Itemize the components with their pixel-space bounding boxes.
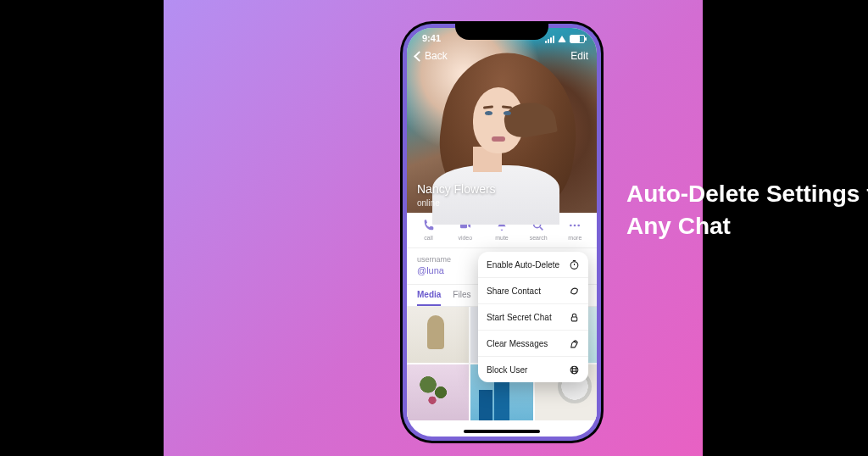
tab-files[interactable]: Files [453, 290, 470, 306]
action-label: call [424, 235, 433, 241]
menu-enable-auto-delete[interactable]: Enable Auto-Delete [478, 252, 588, 277]
headline: Auto-Delete Settings for Any Chat [626, 178, 868, 242]
menu-start-secret-chat[interactable]: Start Secret Chat [478, 303, 588, 330]
block-icon [568, 364, 580, 375]
menu-label: Clear Messages [487, 339, 548, 348]
promo-stage: Auto-Delete Settings for Any Chat 9:41 [164, 0, 703, 456]
menu-label: Share Contact [487, 286, 541, 296]
menu-block-user[interactable]: Block User [478, 356, 588, 382]
status-time: 9:41 [422, 33, 441, 43]
tab-media[interactable]: Media [417, 290, 441, 306]
more-icon [567, 218, 582, 233]
action-label: search [530, 235, 548, 241]
profile-name: Nancy Flowers [417, 182, 496, 196]
media-tile[interactable] [407, 364, 469, 420]
svg-point-10 [570, 366, 578, 374]
action-more[interactable]: more [558, 218, 592, 241]
wifi-icon [558, 36, 566, 42]
menu-label: Start Secret Chat [487, 313, 552, 322]
svg-point-4 [574, 225, 576, 227]
svg-point-5 [578, 225, 581, 227]
back-label: Back [425, 50, 448, 62]
back-button[interactable]: Back [415, 50, 448, 62]
action-label: mute [495, 235, 509, 241]
lock-icon [568, 311, 580, 323]
phone-screen: 9:41 Back Edit [407, 28, 597, 437]
share-icon [568, 285, 580, 297]
timer-icon [568, 259, 580, 270]
broom-icon [568, 337, 580, 349]
menu-clear-messages[interactable]: Clear Messages [478, 330, 588, 356]
menu-share-contact[interactable]: Share Contact [478, 277, 588, 303]
phone-notch [455, 21, 548, 40]
battery-icon [570, 35, 585, 43]
chevron-left-icon [414, 51, 425, 62]
avatar-face [458, 70, 542, 181]
media-tile[interactable] [407, 307, 469, 363]
profile-header: Back Edit Nancy Flowers online [407, 28, 597, 213]
svg-point-6 [570, 261, 578, 269]
profile-status: online [417, 198, 440, 208]
phone-frame: 9:41 Back Edit [400, 21, 604, 443]
edit-button[interactable]: Edit [570, 50, 588, 62]
svg-line-2 [540, 227, 542, 230]
menu-label: Enable Auto-Delete [487, 260, 559, 270]
home-indicator[interactable] [464, 430, 540, 433]
more-menu: Enable Auto-Delete Share Contact Start S… [478, 252, 588, 382]
action-label: more [568, 235, 581, 241]
action-label: video [458, 235, 472, 241]
menu-label: Block User [487, 365, 527, 375]
svg-point-3 [570, 225, 572, 227]
svg-rect-9 [571, 316, 577, 320]
cellular-icon [545, 36, 554, 43]
